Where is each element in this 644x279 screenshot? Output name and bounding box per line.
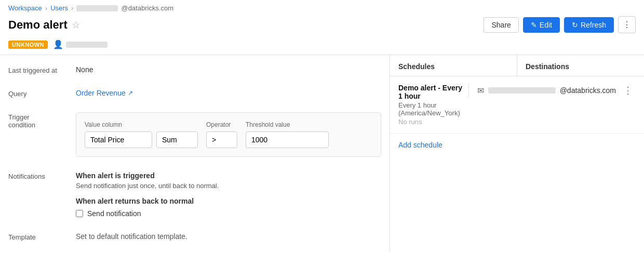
header-actions: Share ✎ Edit ↻ Refresh ⋮ <box>484 16 636 33</box>
operator-label: Operator <box>206 121 237 128</box>
breadcrumb-sep-1: › <box>45 4 47 12</box>
email-icon: ✉ <box>477 86 484 96</box>
back-to-normal-title: When alert returns back to normal <box>76 197 381 205</box>
breadcrumb: Workspace › Users › @databricks.com <box>0 0 644 14</box>
destination-email-redacted <box>488 87 556 94</box>
threshold-field: Threshold value <box>246 121 329 148</box>
breadcrumb-user-redacted <box>76 5 118 11</box>
destinations-col-header: Destinations <box>517 55 644 76</box>
last-triggered-row: Last triggered at None <box>8 65 381 74</box>
no-runs: No runs <box>398 118 464 126</box>
page-header: Demo alert ☆ Share ✎ Edit ↻ Refresh ⋮ <box>0 14 644 37</box>
threshold-label: Threshold value <box>246 121 329 128</box>
destination-more-options[interactable]: ⋮ <box>620 84 636 97</box>
last-triggered-value: None <box>76 65 381 74</box>
refresh-button[interactable]: ↻ Refresh <box>564 17 614 33</box>
value-column-label: Value column <box>85 121 198 128</box>
template-label: Template <box>8 232 76 241</box>
status-badge: UNKNOWN <box>8 41 48 49</box>
add-schedule-area: Add schedule <box>390 134 644 156</box>
share-button[interactable]: Share <box>484 17 518 33</box>
notifications-row: Notifications When alert is triggered Se… <box>8 171 381 218</box>
value-col-inputs <box>85 131 198 148</box>
notifications-label: Notifications <box>8 171 76 218</box>
refresh-icon: ↻ <box>572 21 578 29</box>
when-triggered-title: When alert is triggered <box>76 171 381 180</box>
value-column-input[interactable] <box>85 131 152 148</box>
query-label: Query <box>8 89 76 98</box>
query-link-text: Order Revenue <box>76 89 126 97</box>
edit-label: Edit <box>540 21 552 29</box>
trigger-condition-label: Triggercondition <box>8 112 76 157</box>
schedule-item: Demo alert - Every 1 hour Every 1 hour (… <box>390 76 644 134</box>
breadcrumb-users[interactable]: Users <box>50 4 68 12</box>
page-title: Demo alert <box>8 18 68 32</box>
aggregation-input[interactable] <box>156 131 198 148</box>
add-schedule-link[interactable]: Add schedule <box>398 141 442 149</box>
value-column-field: Value column <box>85 121 198 148</box>
notifications-content: When alert is triggered Send notificatio… <box>76 171 381 218</box>
breadcrumb-sep-2: › <box>71 4 73 12</box>
schedules-col-header: Schedules <box>390 55 517 76</box>
trigger-box: Value column Operator <box>76 112 381 157</box>
query-value: Order Revenue ↗ <box>76 89 381 98</box>
trigger-condition-value: Value column Operator <box>76 112 381 157</box>
user-avatar-area: 👤 <box>53 39 108 49</box>
operator-field: Operator <box>206 121 237 148</box>
send-notification-row: Send notification <box>76 209 381 218</box>
main-content: Last triggered at None Query Order Reven… <box>0 55 644 251</box>
edit-button[interactable]: ✎ Edit <box>523 17 560 33</box>
external-link-icon: ↗ <box>128 89 133 97</box>
query-row: Query Order Revenue ↗ <box>8 89 381 98</box>
right-panel: Schedules Destinations Demo alert - Ever… <box>390 55 644 251</box>
left-panel: Last triggered at None Query Order Reven… <box>0 55 390 251</box>
schedule-name: Demo alert - Every 1 hour <box>398 84 464 100</box>
template-value: Set to default notification template. <box>76 232 187 241</box>
destination-email-suffix: @databricks.com <box>560 86 616 95</box>
breadcrumb-workspace[interactable]: Workspace <box>8 4 42 12</box>
person-icon: 👤 <box>53 39 63 49</box>
last-triggered-label: Last triggered at <box>8 65 76 74</box>
breadcrumb-email-suffix: @databricks.com <box>121 4 173 12</box>
template-row: Template Set to default notification tem… <box>8 232 381 241</box>
send-notification-checkbox[interactable] <box>76 210 83 217</box>
refresh-label: Refresh <box>581 21 606 29</box>
page-title-area: Demo alert ☆ <box>8 18 80 32</box>
query-link[interactable]: Order Revenue ↗ <box>76 89 381 97</box>
more-options-button[interactable]: ⋮ <box>618 16 636 33</box>
trigger-inputs-row: Value column Operator <box>85 121 372 148</box>
threshold-input[interactable] <box>246 131 329 148</box>
schedule-detail: Every 1 hour (America/New_York) <box>398 101 464 117</box>
operator-input[interactable] <box>206 131 237 148</box>
trigger-condition-row: Triggercondition Value column <box>8 112 381 157</box>
user-name-redacted <box>66 42 108 48</box>
right-panel-header: Schedules Destinations <box>390 55 644 76</box>
edit-icon: ✎ <box>531 21 537 29</box>
send-notification-label: Send notification <box>87 209 141 218</box>
status-bar: UNKNOWN 👤 <box>0 37 644 55</box>
when-triggered-subtitle: Send notification just once, until back … <box>76 182 381 190</box>
star-icon[interactable]: ☆ <box>72 19 80 31</box>
